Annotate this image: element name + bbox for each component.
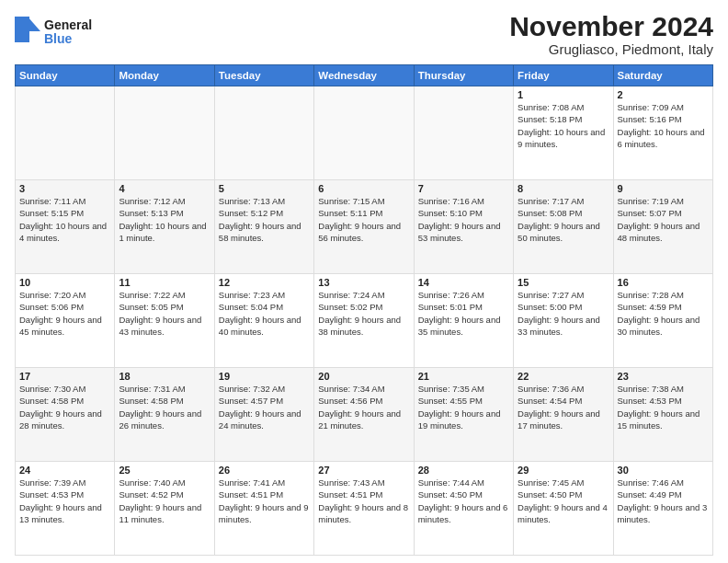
- day-info-line: Sunrise: 7:26 AM: [418, 290, 484, 300]
- calendar-cell: 25Sunrise: 7:40 AMSunset: 4:52 PMDayligh…: [115, 462, 214, 556]
- day-info-line: Sunset: 4:51 PM: [318, 489, 382, 500]
- location-subtitle: Grugliasco, Piedmont, Italy: [509, 41, 713, 57]
- day-number: 21: [418, 371, 509, 382]
- day-info-line: Sunset: 5:10 PM: [418, 208, 483, 218]
- day-info: Sunrise: 7:30 AMSunset: 4:58 PMDaylight:…: [19, 383, 110, 431]
- day-info-line: Sunset: 4:54 PM: [518, 396, 582, 406]
- day-info: Sunrise: 7:41 AMSunset: 4:51 PMDaylight:…: [219, 477, 310, 525]
- day-info-line: Sunrise: 7:28 AM: [618, 290, 684, 300]
- calendar-cell: 10Sunrise: 7:20 AMSunset: 5:06 PMDayligh…: [16, 274, 115, 368]
- week-row-2: 3Sunrise: 7:11 AMSunset: 5:15 PMDaylight…: [16, 180, 713, 274]
- day-info-line: Daylight: 10 hours and 6 minutes.: [618, 127, 705, 149]
- day-info-line: Sunset: 4:58 PM: [19, 396, 84, 406]
- day-info-line: Daylight: 9 hours and 56 minutes.: [318, 221, 401, 243]
- weekday-header-friday: Friday: [514, 65, 613, 86]
- day-info-line: Daylight: 9 hours and 19 minutes.: [418, 408, 501, 431]
- day-number: 18: [119, 371, 210, 382]
- calendar-cell: [314, 86, 414, 180]
- calendar-cell: 20Sunrise: 7:34 AMSunset: 4:56 PMDayligh…: [314, 368, 414, 462]
- calendar-cell: 17Sunrise: 7:30 AMSunset: 4:58 PMDayligh…: [16, 368, 115, 462]
- day-number: 23: [618, 371, 709, 382]
- calendar-cell: [214, 86, 313, 180]
- week-row-1: 1Sunrise: 7:08 AMSunset: 5:18 PMDaylight…: [16, 86, 713, 180]
- day-info-line: Daylight: 9 hours and 11 minutes.: [119, 502, 201, 524]
- day-info-line: Sunset: 4:53 PM: [618, 396, 682, 406]
- day-number: 26: [219, 465, 310, 476]
- day-info-line: Daylight: 9 hours and 58 minutes.: [219, 221, 301, 243]
- calendar-cell: 2Sunrise: 7:09 AMSunset: 5:16 PMDaylight…: [613, 86, 712, 180]
- day-number: 9: [618, 183, 709, 194]
- day-info-line: Daylight: 9 hours and 21 minutes.: [318, 408, 401, 431]
- day-info-line: Sunset: 5:06 PM: [19, 302, 84, 312]
- day-info-line: Daylight: 9 hours and 30 minutes.: [618, 315, 700, 337]
- day-number: 6: [318, 183, 409, 194]
- day-info-line: Sunset: 5:01 PM: [418, 302, 483, 312]
- svg-marker-1: [28, 17, 40, 31]
- calendar-cell: 27Sunrise: 7:43 AMSunset: 4:51 PMDayligh…: [314, 462, 414, 556]
- day-info-line: Sunset: 4:50 PM: [518, 489, 582, 500]
- day-info-line: Sunset: 4:56 PM: [318, 396, 382, 406]
- calendar-cell: 14Sunrise: 7:26 AMSunset: 5:01 PMDayligh…: [414, 274, 513, 368]
- day-info-line: Sunrise: 7:38 AM: [618, 384, 684, 394]
- calendar-cell: 15Sunrise: 7:27 AMSunset: 5:00 PMDayligh…: [514, 274, 613, 368]
- day-info-line: Daylight: 9 hours and 17 minutes.: [518, 408, 600, 431]
- day-info-line: Sunrise: 7:39 AM: [19, 477, 85, 488]
- day-info-line: Sunrise: 7:32 AM: [219, 384, 285, 394]
- day-info-line: Sunrise: 7:46 AM: [618, 477, 684, 488]
- weekday-header-monday: Monday: [115, 65, 214, 86]
- day-info-line: Sunrise: 7:13 AM: [219, 196, 285, 206]
- day-info-line: Sunrise: 7:40 AM: [119, 477, 185, 488]
- weekday-header-saturday: Saturday: [613, 65, 712, 86]
- weekday-header-thursday: Thursday: [414, 65, 513, 86]
- calendar-cell: 19Sunrise: 7:32 AMSunset: 4:57 PMDayligh…: [214, 368, 313, 462]
- day-info: Sunrise: 7:15 AMSunset: 5:11 PMDaylight:…: [318, 195, 409, 244]
- day-number: 15: [518, 277, 609, 288]
- calendar-cell: [115, 86, 214, 180]
- day-number: 28: [418, 465, 509, 476]
- day-info-line: Sunrise: 7:24 AM: [318, 290, 384, 300]
- day-info-line: Sunset: 4:55 PM: [418, 396, 483, 406]
- day-info: Sunrise: 7:40 AMSunset: 4:52 PMDaylight:…: [119, 477, 210, 525]
- day-info-line: Sunrise: 7:11 AM: [19, 196, 85, 206]
- day-number: 4: [119, 183, 210, 194]
- day-info-line: Daylight: 10 hours and 1 minute.: [119, 221, 206, 243]
- weekday-header-sunday: Sunday: [16, 65, 115, 86]
- day-number: 16: [618, 277, 709, 288]
- day-number: 27: [318, 465, 409, 476]
- day-info-line: Daylight: 9 hours and 13 minutes.: [19, 502, 102, 524]
- title-block: November 2024 Grugliasco, Piedmont, Ital…: [509, 11, 713, 57]
- day-info-line: Daylight: 9 hours and 15 minutes.: [618, 408, 700, 431]
- day-info-line: Daylight: 9 hours and 24 minutes.: [219, 408, 301, 431]
- calendar-cell: 3Sunrise: 7:11 AMSunset: 5:15 PMDaylight…: [16, 180, 115, 274]
- calendar-cell: 9Sunrise: 7:19 AMSunset: 5:07 PMDaylight…: [613, 180, 712, 274]
- day-info-line: Sunset: 5:13 PM: [119, 208, 183, 218]
- day-info-line: Sunrise: 7:15 AM: [318, 196, 384, 206]
- day-info-line: Sunrise: 7:36 AM: [518, 384, 584, 394]
- calendar-cell: 4Sunrise: 7:12 AMSunset: 5:13 PMDaylight…: [115, 180, 214, 274]
- day-info-line: Sunrise: 7:19 AM: [618, 196, 684, 206]
- day-info: Sunrise: 7:35 AMSunset: 4:55 PMDaylight:…: [418, 383, 509, 431]
- calendar-cell: [16, 86, 115, 180]
- day-info-line: Sunset: 5:05 PM: [119, 302, 183, 312]
- day-info-line: Daylight: 9 hours and 28 minutes.: [19, 408, 102, 431]
- week-row-5: 24Sunrise: 7:39 AMSunset: 4:53 PMDayligh…: [16, 462, 713, 556]
- day-info-line: Sunset: 5:07 PM: [618, 208, 682, 218]
- day-info-line: Daylight: 9 hours and 43 minutes.: [119, 315, 201, 337]
- day-info: Sunrise: 7:13 AMSunset: 5:12 PMDaylight:…: [219, 195, 310, 244]
- day-number: 19: [219, 371, 310, 382]
- day-info-line: Daylight: 9 hours and 8 minutes.: [318, 502, 408, 524]
- day-info-line: Sunset: 5:02 PM: [318, 302, 382, 312]
- day-info-line: Sunset: 4:52 PM: [119, 489, 183, 500]
- day-info-line: Daylight: 9 hours and 40 minutes.: [219, 315, 301, 337]
- day-number: 5: [219, 183, 310, 194]
- day-number: 11: [119, 277, 210, 288]
- weekday-row: SundayMondayTuesdayWednesdayThursdayFrid…: [16, 65, 713, 86]
- day-info-line: Daylight: 9 hours and 45 minutes.: [19, 315, 102, 337]
- day-info-line: Daylight: 9 hours and 6 minutes.: [418, 502, 508, 524]
- header: GeneralBlue November 2024 Grugliasco, Pi…: [15, 11, 713, 57]
- day-info: Sunrise: 7:32 AMSunset: 4:57 PMDaylight:…: [219, 383, 310, 431]
- day-info-line: Sunrise: 7:35 AM: [418, 384, 484, 394]
- day-info-line: Daylight: 9 hours and 35 minutes.: [418, 315, 501, 337]
- day-info-line: Sunset: 5:11 PM: [318, 208, 382, 218]
- day-info: Sunrise: 7:46 AMSunset: 4:49 PMDaylight:…: [618, 477, 709, 525]
